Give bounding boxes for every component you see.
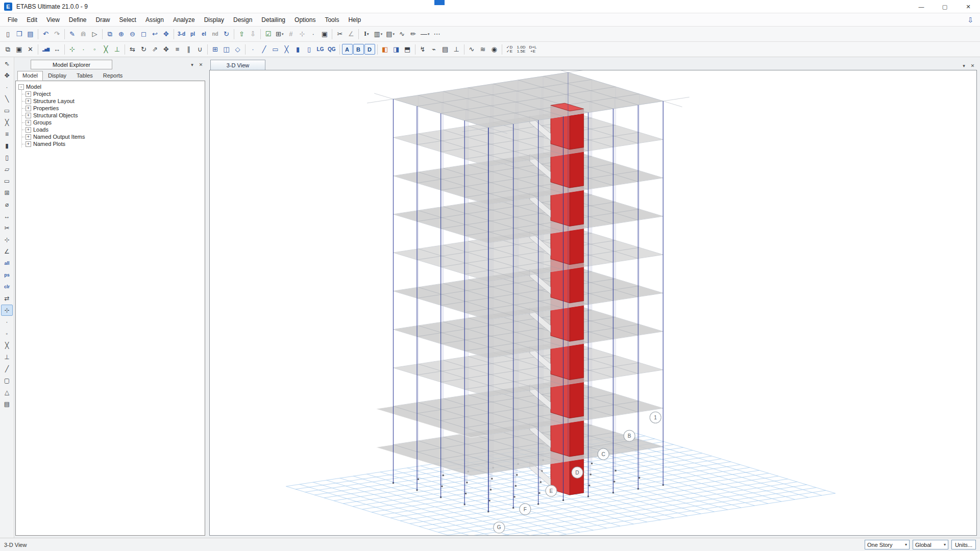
view-3d-button[interactable]: 3-d bbox=[176, 29, 187, 39]
measure-icon[interactable]: ∠ bbox=[346, 29, 356, 39]
scale-object-icon[interactable]: ⇗ bbox=[150, 44, 160, 55]
view-close-icon[interactable]: ✕ bbox=[968, 61, 977, 70]
minimize-button[interactable]: — bbox=[910, 0, 933, 13]
explorer-tab-tables[interactable]: Tables bbox=[71, 71, 98, 81]
draw-frame-tool-icon[interactable]: ╱ bbox=[259, 44, 270, 55]
draw-pencil-icon[interactable]: ✎ bbox=[67, 29, 78, 39]
chart-function-icon[interactable]: ▂▅▇ bbox=[40, 44, 51, 55]
snap-ends-tool[interactable]: ∙ bbox=[1, 316, 13, 328]
explorer-tab-reports[interactable]: Reports bbox=[98, 71, 128, 81]
quick-draw-wall-icon[interactable]: ▯ bbox=[304, 44, 314, 55]
menu-file[interactable]: File bbox=[3, 14, 22, 26]
get-previous-selection-button[interactable]: ps bbox=[1, 269, 13, 281]
mirror-icon[interactable]: ⇆ bbox=[127, 44, 138, 55]
design-check-button[interactable]: ✓D ✓E bbox=[504, 44, 515, 55]
rotate-object-icon[interactable]: ↻ bbox=[138, 44, 149, 55]
move-object-icon[interactable]: ✥ bbox=[161, 44, 172, 55]
paste-icon[interactable]: ▣ bbox=[14, 44, 24, 55]
snap-grid-icon[interactable]: ⊹ bbox=[67, 44, 78, 55]
tree-expander-icon[interactable]: + bbox=[26, 120, 31, 126]
menu-assign[interactable]: Assign bbox=[141, 14, 168, 26]
open-model-icon[interactable]: ❒ bbox=[14, 29, 24, 39]
show-deformed-icon[interactable]: ∿ bbox=[467, 44, 477, 55]
story-mode-select[interactable]: One Story ▾ bbox=[865, 540, 910, 549]
tree-item-project[interactable]: +Project bbox=[22, 90, 204, 97]
explorer-title-tab[interactable]: Model Explorer bbox=[31, 60, 112, 69]
draw-wall-tool-icon[interactable]: ▮ bbox=[292, 44, 303, 55]
move-up-story-icon[interactable]: ⇧ bbox=[236, 29, 247, 39]
link-property-icon[interactable]: ∿ bbox=[397, 29, 407, 39]
more-options-icon[interactable]: ⋯ bbox=[432, 29, 443, 39]
assign-restraint-icon[interactable]: ⊥ bbox=[451, 44, 462, 55]
quick-generation-button[interactable]: QG bbox=[326, 44, 337, 55]
select-all-button[interactable]: all bbox=[1, 258, 13, 269]
maximize-button[interactable]: ▢ bbox=[933, 0, 957, 13]
tree-item-named-output-items[interactable]: +Named Output Items bbox=[22, 133, 204, 140]
coord-system-select[interactable]: Global ▾ bbox=[913, 540, 948, 549]
menu-view[interactable]: View bbox=[42, 14, 64, 26]
object-display-options-icon[interactable]: ☑ bbox=[263, 29, 274, 39]
assign-joint-load-icon[interactable]: ↯ bbox=[418, 44, 428, 55]
load-generation-button[interactable]: LG bbox=[315, 44, 326, 55]
tree-item-loads[interactable]: +Loads bbox=[22, 126, 204, 133]
draw-wall-tool[interactable]: ▮ bbox=[1, 140, 13, 152]
snap-midpoints-icon[interactable]: ◦ bbox=[89, 44, 100, 55]
pan-icon[interactable]: ✥ bbox=[161, 29, 172, 39]
invert-selection-tool[interactable]: ⇄ bbox=[1, 293, 13, 304]
draw-rect-floor-tool[interactable]: ▭ bbox=[1, 176, 13, 187]
explorer-menu-caret-icon[interactable]: ▾ bbox=[188, 60, 197, 69]
section-cut-icon[interactable]: ✂ bbox=[334, 29, 345, 39]
explorer-tab-model[interactable]: Model bbox=[17, 71, 43, 81]
zoom-fit-icon[interactable]: ◻ bbox=[138, 29, 149, 39]
menu-tools[interactable]: Tools bbox=[320, 14, 344, 26]
tree-item-properties[interactable]: +Properties bbox=[22, 105, 204, 112]
toggle-a-button[interactable]: A bbox=[342, 44, 353, 55]
merge-joints-icon[interactable]: ∪ bbox=[194, 44, 205, 55]
default-combo-button[interactable]: D+L +E bbox=[527, 44, 538, 55]
model-viewport[interactable]: GFEDCB1 bbox=[209, 70, 977, 536]
rotate-3d-view-icon[interactable]: ↻ bbox=[221, 29, 232, 39]
view-face-xy-icon[interactable]: ◧ bbox=[380, 44, 390, 55]
tree-item-structure-layout[interactable]: +Structure Layout bbox=[22, 97, 204, 105]
select-pointer-tool[interactable]: ⇖ bbox=[1, 58, 13, 69]
snap-intersection-tool[interactable]: ╳ bbox=[1, 340, 13, 351]
menu-detailing[interactable]: Detailing bbox=[257, 14, 290, 26]
wall-property-icon[interactable]: ▥▾ bbox=[372, 29, 384, 39]
move-down-story-icon[interactable]: ⇩ bbox=[248, 29, 258, 39]
line-style-icon[interactable]: —▾ bbox=[419, 29, 431, 39]
quick-draw-secondary-beams-tool[interactable]: ≡ bbox=[1, 129, 13, 140]
units-button[interactable]: Units... bbox=[951, 540, 976, 549]
snap-midpoint-tool[interactable]: ◦ bbox=[1, 328, 13, 339]
draw-frame-tool[interactable]: ╲ bbox=[1, 93, 13, 105]
tree-expander-icon[interactable]: + bbox=[26, 134, 31, 140]
menu-analyze[interactable]: Analyze bbox=[168, 14, 200, 26]
draw-grid-tool[interactable]: ⊹ bbox=[1, 234, 13, 245]
tree-expander-icon[interactable]: + bbox=[26, 141, 31, 147]
quick-draw-frame-icon[interactable]: ▭ bbox=[270, 44, 281, 55]
plan-grid-icon[interactable]: ⊞ bbox=[210, 44, 220, 55]
tree-expander-icon[interactable]: + bbox=[26, 98, 31, 104]
tree-item-groups[interactable]: +Groups bbox=[22, 119, 204, 126]
explorer-close-icon[interactable]: ✕ bbox=[197, 60, 205, 69]
draw-floor-tool[interactable]: ▱ bbox=[1, 164, 13, 175]
zoom-previous-icon[interactable]: ↩ bbox=[150, 29, 160, 39]
elevation-grid-icon[interactable]: ◫ bbox=[221, 44, 232, 55]
plan-view-button[interactable]: pl bbox=[187, 29, 198, 39]
draw-joint-tool-icon[interactable]: ∙ bbox=[248, 44, 258, 55]
download-icon[interactable]: ⇩ bbox=[965, 15, 976, 25]
tree-item-structural-objects[interactable]: +Structural Objects bbox=[22, 112, 204, 119]
view-face-xz-icon[interactable]: ◨ bbox=[391, 44, 402, 55]
menu-define[interactable]: Define bbox=[64, 14, 91, 26]
show-grid-icon[interactable]: # bbox=[285, 29, 296, 39]
view-face-yz-icon[interactable]: ⬒ bbox=[402, 44, 413, 55]
developed-view-icon[interactable]: ◇ bbox=[232, 44, 243, 55]
menu-select[interactable]: Select bbox=[115, 14, 141, 26]
quick-draw-brace-icon[interactable]: ╳ bbox=[281, 44, 292, 55]
show-forces-icon[interactable]: ≋ bbox=[478, 44, 488, 55]
new-model-icon[interactable]: ▯ bbox=[3, 29, 13, 39]
draw-dimension-tool[interactable]: ↔ bbox=[1, 211, 13, 222]
slab-property-icon[interactable]: ▤▾ bbox=[384, 29, 396, 39]
menu-design[interactable]: Design bbox=[229, 14, 257, 26]
clear-selection-button[interactable]: clr bbox=[1, 281, 13, 292]
menu-display[interactable]: Display bbox=[200, 14, 229, 26]
